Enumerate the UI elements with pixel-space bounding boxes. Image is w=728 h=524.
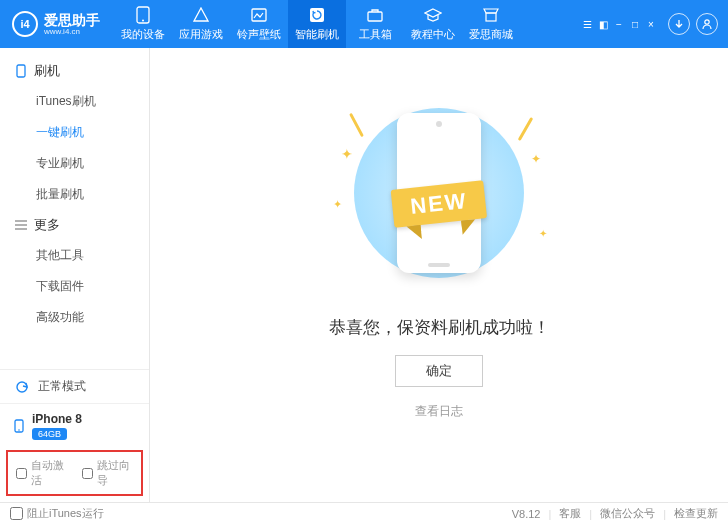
checkbox-label: 自动激活 xyxy=(31,458,68,488)
user-icon[interactable] xyxy=(696,13,718,35)
block-itunes-checkbox[interactable]: 阻止iTunes运行 xyxy=(10,506,104,521)
nav-label: 智能刷机 xyxy=(295,27,339,42)
sidebar: 刷机 iTunes刷机 一键刷机 专业刷机 批量刷机 更多 其他工具 下载固件 … xyxy=(0,48,150,502)
support-link[interactable]: 客服 xyxy=(559,506,581,521)
logo-badge-icon: i4 xyxy=(12,11,38,37)
app-site: www.i4.cn xyxy=(44,27,100,36)
title-bar: i4 爱思助手 www.i4.cn 我的设备 应用游戏 铃声壁纸 智能刷机 工具… xyxy=(0,0,728,48)
version-label: V8.12 xyxy=(512,508,541,520)
group-label: 刷机 xyxy=(34,62,60,80)
sidebar-item-itunes-flash[interactable]: iTunes刷机 xyxy=(0,86,149,117)
sidebar-item-batch-flash[interactable]: 批量刷机 xyxy=(0,179,149,210)
sidebar-group-more[interactable]: 更多 xyxy=(0,210,149,240)
main-content: ✦✦✦✦ NEW 恭喜您，保资料刷机成功啦！ 确定 查看日志 xyxy=(150,48,728,502)
skip-wizard-checkbox[interactable]: 跳过向导 xyxy=(82,458,134,488)
success-illustration: ✦✦✦✦ NEW xyxy=(329,98,549,288)
device-storage-badge: 64GB xyxy=(32,428,67,440)
group-label: 更多 xyxy=(34,216,60,234)
window-controls: ☰ ◧ − □ × xyxy=(580,13,728,35)
svg-point-9 xyxy=(18,429,20,431)
svg-rect-4 xyxy=(368,12,382,21)
image-icon xyxy=(250,6,268,24)
minimize-icon[interactable]: − xyxy=(612,17,626,31)
wechat-link[interactable]: 微信公众号 xyxy=(600,506,655,521)
toolbox-icon xyxy=(366,6,384,24)
mode-label: 正常模式 xyxy=(38,378,86,395)
nav-my-device[interactable]: 我的设备 xyxy=(114,0,172,48)
svg-point-1 xyxy=(142,20,144,22)
nav-label: 应用游戏 xyxy=(179,27,223,42)
refresh-icon xyxy=(308,6,326,24)
sidebar-item-download-firmware[interactable]: 下载固件 xyxy=(0,271,149,302)
sidebar-item-advanced[interactable]: 高级功能 xyxy=(0,302,149,333)
top-nav: 我的设备 应用游戏 铃声壁纸 智能刷机 工具箱 教程中心 爱思商城 xyxy=(114,0,520,48)
nav-label: 铃声壁纸 xyxy=(237,27,281,42)
apps-icon xyxy=(192,6,210,24)
nav-store[interactable]: 爱思商城 xyxy=(462,0,520,48)
nav-flash[interactable]: 智能刷机 xyxy=(288,0,346,48)
maximize-icon[interactable]: □ xyxy=(628,17,642,31)
auto-activate-checkbox[interactable]: 自动激活 xyxy=(16,458,68,488)
app-logo: i4 爱思助手 www.i4.cn xyxy=(0,11,110,37)
checkbox-label: 跳过向导 xyxy=(97,458,134,488)
status-bar: 阻止iTunes运行 V8.12 | 客服 | 微信公众号 | 检查更新 xyxy=(0,502,728,524)
check-update-link[interactable]: 检查更新 xyxy=(674,506,718,521)
close-icon[interactable]: × xyxy=(644,17,658,31)
svg-rect-3 xyxy=(310,8,324,22)
device-mode-row[interactable]: 正常模式 xyxy=(0,370,149,404)
sidebar-item-pro-flash[interactable]: 专业刷机 xyxy=(0,148,149,179)
phone-icon xyxy=(134,6,152,24)
list-icon xyxy=(14,218,28,232)
store-icon xyxy=(482,6,500,24)
nav-label: 工具箱 xyxy=(359,27,392,42)
flash-options-box: 自动激活 跳过向导 xyxy=(6,450,143,496)
nav-ringtones[interactable]: 铃声壁纸 xyxy=(230,0,288,48)
nav-label: 我的设备 xyxy=(121,27,165,42)
nav-apps[interactable]: 应用游戏 xyxy=(172,0,230,48)
nav-toolbox[interactable]: 工具箱 xyxy=(346,0,404,48)
sidebar-group-flash[interactable]: 刷机 xyxy=(0,56,149,86)
svg-rect-2 xyxy=(252,9,266,21)
svg-rect-7 xyxy=(17,65,25,77)
svg-rect-5 xyxy=(486,13,496,21)
skin-icon[interactable]: ◧ xyxy=(596,17,610,31)
nav-tutorials[interactable]: 教程中心 xyxy=(404,0,462,48)
menu-icon[interactable]: ☰ xyxy=(580,17,594,31)
device-row[interactable]: iPhone 8 64GB xyxy=(0,404,149,448)
sidebar-item-oneclick-flash[interactable]: 一键刷机 xyxy=(0,117,149,148)
nav-label: 教程中心 xyxy=(411,27,455,42)
device-phone-icon xyxy=(14,419,24,433)
view-log-link[interactable]: 查看日志 xyxy=(415,403,463,420)
sync-icon xyxy=(14,379,30,395)
checkbox-label: 阻止iTunes运行 xyxy=(27,506,104,521)
sidebar-item-other-tools[interactable]: 其他工具 xyxy=(0,240,149,271)
graduation-icon xyxy=(424,6,442,24)
nav-label: 爱思商城 xyxy=(469,27,513,42)
svg-point-6 xyxy=(705,20,709,24)
app-name: 爱思助手 xyxy=(44,13,100,27)
ok-button[interactable]: 确定 xyxy=(395,355,483,387)
new-ribbon: NEW xyxy=(391,181,488,229)
success-message: 恭喜您，保资料刷机成功啦！ xyxy=(329,316,550,339)
device-name: iPhone 8 xyxy=(32,412,82,426)
download-icon[interactable] xyxy=(668,13,690,35)
phone-outline-icon xyxy=(14,64,28,78)
